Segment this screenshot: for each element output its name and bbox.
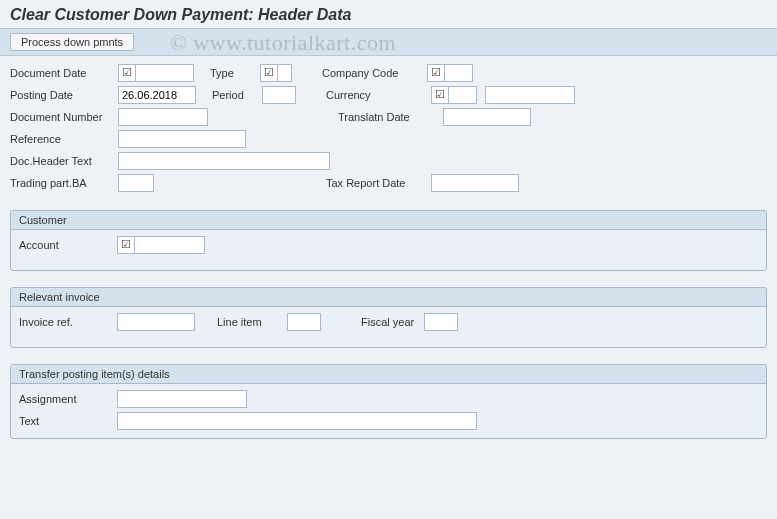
- currency-rate-input[interactable]: [485, 86, 575, 104]
- translatn-date-input[interactable]: [443, 108, 531, 126]
- document-number-label: Document Number: [10, 111, 118, 123]
- row-account: Account ☑: [19, 234, 758, 256]
- line-item-input[interactable]: [287, 313, 321, 331]
- text-input[interactable]: [117, 412, 477, 430]
- type-field[interactable]: ☑: [260, 64, 278, 82]
- assignment-label: Assignment: [19, 393, 117, 405]
- relevant-invoice-group: Relevant invoice Invoice ref. Line item …: [10, 287, 767, 348]
- row-document-number: Document Number Translatn Date: [10, 106, 767, 128]
- transfer-posting-group: Transfer posting item(s) details Assignm…: [10, 364, 767, 439]
- account-input[interactable]: [135, 236, 205, 254]
- document-number-input[interactable]: [118, 108, 208, 126]
- transfer-posting-group-title: Transfer posting item(s) details: [11, 365, 766, 384]
- translatn-date-label: Translatn Date: [338, 111, 443, 123]
- company-code-input-ext[interactable]: [445, 64, 473, 82]
- toolbar: Process down pmnts: [0, 28, 777, 56]
- row-doc-header-text: Doc.Header Text: [10, 150, 767, 172]
- process-down-payments-button[interactable]: Process down pmnts: [10, 33, 134, 51]
- row-text: Text: [19, 410, 758, 432]
- currency-input-ext[interactable]: [449, 86, 477, 104]
- row-posting-date: Posting Date Period Currency ☑: [10, 84, 767, 106]
- row-invoice-ref: Invoice ref. Line item Fiscal year: [19, 311, 758, 333]
- company-code-field[interactable]: ☑: [427, 64, 445, 82]
- posting-date-label: Posting Date: [10, 89, 118, 101]
- posting-date-input[interactable]: [118, 86, 196, 104]
- customer-group-title: Customer: [11, 211, 766, 230]
- fiscal-year-label: Fiscal year: [361, 316, 418, 328]
- document-date-field[interactable]: ☑: [118, 64, 136, 82]
- main-content: Document Date ☑ Type ☑ Company Code ☑ Po…: [0, 56, 777, 445]
- period-label: Period: [212, 89, 262, 101]
- document-date-label: Document Date: [10, 67, 118, 79]
- tax-report-date-label: Tax Report Date: [326, 177, 431, 189]
- reference-label: Reference: [10, 133, 118, 145]
- period-input[interactable]: [262, 86, 296, 104]
- currency-field[interactable]: ☑: [431, 86, 449, 104]
- trading-part-ba-label: Trading part.BA: [10, 177, 118, 189]
- row-assignment: Assignment: [19, 388, 758, 410]
- company-code-label: Company Code: [322, 67, 427, 79]
- line-item-label: Line item: [217, 316, 287, 328]
- type-input-ext[interactable]: [278, 64, 292, 82]
- row-reference: Reference: [10, 128, 767, 150]
- trading-part-ba-input[interactable]: [118, 174, 154, 192]
- row-document-date: Document Date ☑ Type ☑ Company Code ☑: [10, 62, 767, 84]
- doc-header-text-input[interactable]: [118, 152, 330, 170]
- relevant-invoice-group-title: Relevant invoice: [11, 288, 766, 307]
- doc-header-text-label: Doc.Header Text: [10, 155, 118, 167]
- assignment-input[interactable]: [117, 390, 247, 408]
- account-label: Account: [19, 239, 117, 251]
- reference-input[interactable]: [118, 130, 246, 148]
- currency-label: Currency: [326, 89, 431, 101]
- document-date-input[interactable]: [136, 64, 194, 82]
- invoice-ref-label: Invoice ref.: [19, 316, 117, 328]
- row-trading-part-ba: Trading part.BA Tax Report Date: [10, 172, 767, 194]
- fiscal-year-input[interactable]: [424, 313, 458, 331]
- text-label: Text: [19, 415, 117, 427]
- page-title: Clear Customer Down Payment: Header Data: [0, 0, 777, 28]
- tax-report-date-input[interactable]: [431, 174, 519, 192]
- customer-group: Customer Account ☑: [10, 210, 767, 271]
- invoice-ref-input[interactable]: [117, 313, 195, 331]
- account-field[interactable]: ☑: [117, 236, 135, 254]
- type-label: Type: [210, 67, 260, 79]
